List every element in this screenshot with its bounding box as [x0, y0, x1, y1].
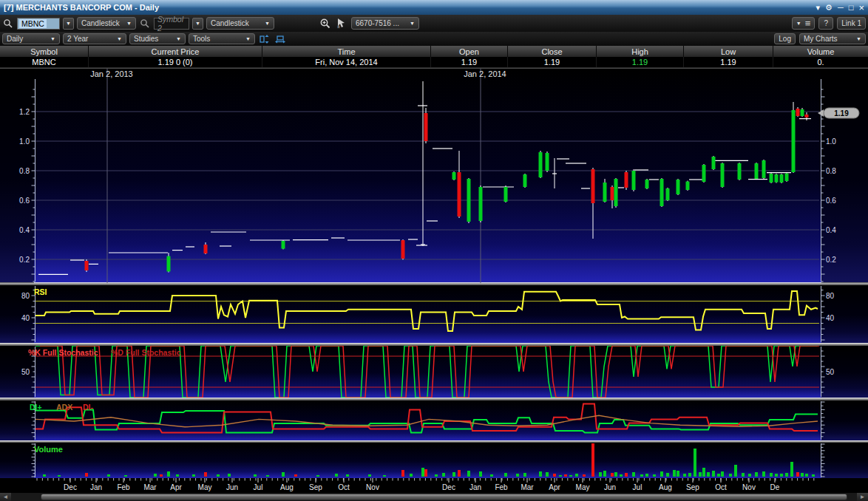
volume-bar [424, 469, 427, 477]
horizontal-scrollbar[interactable]: ◄ ► [0, 492, 868, 501]
my-charts-dropdown[interactable]: My Charts▼ [799, 33, 866, 44]
rsi-panel[interactable]: 40408080RSI [0, 285, 868, 343]
candle-body [762, 160, 766, 178]
volume-bar [192, 474, 195, 477]
chart-type-value: Candlestick [81, 19, 120, 27]
range-value: 2 Year [67, 35, 88, 43]
scrollbar-thumb[interactable] [41, 494, 847, 500]
settings-gear-icon[interactable]: ⚙ [825, 4, 833, 12]
search-icon[interactable] [2, 17, 14, 30]
close-button[interactable]: × [858, 4, 864, 12]
volume-bar [775, 474, 778, 477]
chart-type2-dropdown[interactable]: Candlestick▼ [206, 17, 274, 30]
svg-text:May: May [198, 483, 212, 491]
link-button[interactable]: Link 1 [837, 17, 866, 30]
price-chart-panel[interactable]: 0.20.20.40.40.60.60.80.81.01.01.2Jan 2, … [0, 68, 868, 282]
quote-volume: 0. [773, 57, 868, 67]
symbol2-dropdown-button[interactable]: ▼ [192, 18, 203, 30]
quote-row: MBNC 1.19 0 (0) Fri, Nov 14, 2014 1.19 1… [0, 57, 868, 68]
svg-text:Apr: Apr [170, 483, 182, 491]
candle-body [614, 179, 618, 206]
quote-time: Fri, Nov 14, 2014 [262, 57, 431, 67]
volume-bar [539, 471, 542, 477]
help-button[interactable]: ? [818, 17, 833, 30]
zoom-in-icon[interactable] [319, 17, 332, 30]
svg-text:Jan 2, 2014: Jan 2, 2014 [464, 69, 506, 78]
dmi-chart[interactable]: DI+ADXDI- [0, 401, 868, 440]
quote-high: 1.19 [597, 57, 684, 67]
stochastic-panel[interactable]: 5050%K Full Stochastic%D Full Stochastic [0, 346, 868, 398]
candle-body [801, 109, 804, 116]
resize-vertical-icon[interactable] [258, 33, 271, 46]
scroll-right-button[interactable]: ► [857, 493, 868, 501]
candle-body [755, 163, 759, 179]
svg-text:0.2: 0.2 [19, 256, 30, 264]
volume-bar [254, 474, 257, 477]
maximize-button[interactable]: □ [849, 4, 854, 12]
symbol2-input[interactable]: Symbol 2 [154, 18, 189, 30]
volume-bar [625, 473, 628, 477]
volume-bar [611, 473, 614, 477]
svg-text:Jan 2, 2013: Jan 2, 2013 [90, 69, 133, 78]
dmi-panel[interactable]: DI+ADXDI- [0, 401, 868, 440]
volume-bar [43, 474, 46, 477]
volume-bar [58, 475, 61, 477]
range-dropdown[interactable]: 2 Year▼ [63, 33, 126, 44]
svg-text:Mar: Mar [143, 483, 157, 491]
svg-text:Volume: Volume [34, 445, 63, 454]
volume-bar [294, 474, 297, 477]
volume-bar [458, 470, 461, 477]
symbol-dropdown-button[interactable]: ▼ [63, 18, 74, 30]
fit-horizontal-icon[interactable] [274, 33, 287, 46]
svg-text:Sep: Sep [309, 483, 322, 491]
candle-body [539, 152, 543, 177]
tools-dropdown[interactable]: Tools▼ [189, 33, 255, 44]
candle-body [204, 245, 208, 253]
range-code-dropdown[interactable]: 6670-7516 ...▼ [351, 17, 419, 30]
window-title: [7] MERCHANTS BANCORP COM - Daily [4, 3, 159, 12]
volume-bar [266, 475, 269, 477]
rsi-chart[interactable]: 40408080RSI [0, 285, 868, 343]
menu-icon: ≡ [805, 20, 811, 27]
col-low: Low [684, 46, 773, 57]
candlestick-chart[interactable]: 0.20.20.40.40.60.60.80.81.01.01.2Jan 2, … [0, 69, 868, 283]
search-icon-2[interactable] [139, 17, 151, 30]
log-scale-button[interactable]: Log [774, 33, 796, 44]
volume-bar [645, 474, 648, 477]
svg-text:1.0: 1.0 [826, 137, 836, 146]
svg-text:±: ± [337, 24, 340, 29]
period-dropdown[interactable]: Daily▼ [2, 33, 60, 44]
svg-text:Mar: Mar [521, 483, 534, 491]
candle-body [738, 163, 742, 180]
chart-type2-value: Candlestick [211, 19, 249, 27]
candle-body [591, 169, 595, 203]
volume-bar [316, 475, 319, 477]
col-time: Time [262, 46, 431, 57]
volume-chart[interactable]: Volume [0, 443, 868, 478]
svg-text:0.4: 0.4 [19, 226, 30, 234]
minimize-button[interactable]: ─ [838, 4, 844, 12]
volume-panel[interactable]: Volume [0, 443, 868, 478]
stochastic-chart[interactable]: 5050%K Full Stochastic%D Full Stochastic [0, 346, 868, 398]
range-code-value: 6670-7516 ... [356, 19, 399, 27]
chart-type-dropdown[interactable]: Candlestick▼ [77, 17, 136, 30]
candle-body [282, 241, 285, 249]
scroll-left-button[interactable]: ◄ [0, 493, 11, 501]
col-high: High [597, 46, 684, 57]
volume-bar [599, 472, 602, 477]
chart-menu-button[interactable]: ▼≡ [792, 17, 816, 30]
candle-body [458, 172, 461, 217]
volume-bar [699, 472, 702, 477]
volume-bar [694, 449, 696, 477]
symbol-input[interactable]: MBNC [17, 18, 60, 30]
svg-text:%K Full Stochastic: %K Full Stochastic [28, 348, 98, 357]
svg-text:Jan: Jan [90, 483, 102, 491]
studies-dropdown[interactable]: Studies▼ [129, 33, 186, 44]
svg-text:ADX: ADX [56, 403, 72, 412]
quote-header: Symbol Current Price Time Open Close Hig… [0, 46, 868, 57]
candle-body [504, 187, 508, 202]
price-pointer-icon[interactable]: ± [335, 17, 348, 30]
svg-text:Nov: Nov [366, 483, 379, 491]
volume-bar [523, 473, 526, 477]
volume-bar [770, 473, 773, 477]
